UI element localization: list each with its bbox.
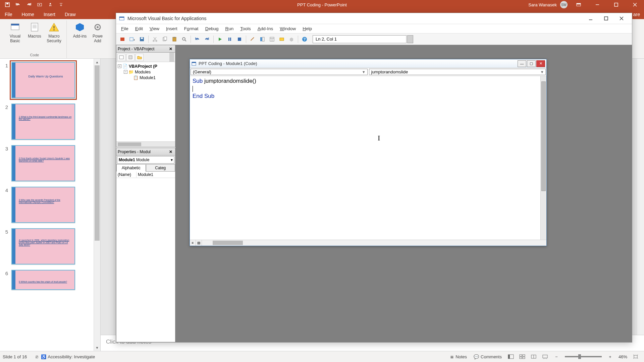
vba-menu-addins[interactable]: Add-Ins [255,25,276,32]
vba-menu-tools[interactable]: Tools [237,25,254,32]
vba-menu-run[interactable]: Run [222,25,236,32]
zoom-slider-thumb[interactable] [578,354,581,359]
view-powerpoint-icon[interactable] [118,35,127,44]
macro-security-button[interactable]: Macro Security [45,22,63,43]
vba-title-bar[interactable]: Microsoft Visual Basic for Applications [116,13,632,24]
start-from-beginning-icon[interactable] [35,1,44,9]
vba-menu-file[interactable]: File [118,25,131,32]
code-window-title-bar[interactable]: PPT Coding - Module1 (Code) — ▢ ✕ [190,59,546,68]
tab-home[interactable]: Home [17,9,39,19]
project-explorer-icon[interactable] [258,35,267,44]
status-dropdown-icon[interactable] [407,35,413,43]
vba-menu-insert[interactable]: Insert [163,25,180,32]
project-hscroll[interactable] [116,141,175,147]
tab-draw[interactable]: Draw [60,9,80,19]
slide-thumbnail[interactable]: 4 3 Who was the seventh President of the… [3,187,91,223]
reading-view-button[interactable] [528,353,539,361]
project-scroll[interactable] [169,53,174,62]
slide-thumbnail[interactable]: 2 1 What is the third-largest continenta… [3,104,91,140]
scroll-down-icon[interactable]: ▼ [94,344,100,351]
design-mode-icon[interactable] [248,35,257,44]
vba-close-button[interactable] [614,13,629,24]
visual-basic-button[interactable]: Visual Basic [6,22,24,43]
code-minimize-button[interactable]: — [518,60,526,67]
save-icon[interactable] [3,1,12,9]
reset-icon[interactable] [235,35,244,44]
scrollbar-thumb[interactable] [95,65,100,241]
paste-icon[interactable] [170,35,179,44]
code-vscrollbar[interactable] [540,76,546,240]
object-browser-icon[interactable] [277,35,286,44]
slide-thumbnail[interactable]: 5 4 Launched in 2006, which planetary ex… [3,228,91,264]
project-root[interactable]: VBAProject (P [129,64,157,69]
vba-menu-view[interactable]: View [147,25,162,32]
save-icon[interactable] [138,35,146,44]
redo-icon[interactable] [203,35,211,44]
language-icon[interactable]: ⎚ [33,354,41,359]
slide-thumbnail[interactable]: 1 Daily Warm Up Questions [3,62,91,98]
ribbon-display-icon[interactable] [571,0,586,9]
vba-menu-edit[interactable]: Edit [132,25,146,32]
tree-collapse-icon[interactable]: − [124,70,127,74]
accessibility-status[interactable]: Accessibility: Investigate [48,354,95,359]
slide-sorter-button[interactable] [517,353,528,361]
fit-to-window-button[interactable] [630,353,641,361]
zoom-out-button[interactable]: − [551,353,562,361]
scroll-up-icon[interactable]: ▲ [94,59,100,65]
properties-window-icon[interactable] [268,35,276,44]
procedure-selector[interactable]: jumptorandomslide ▾ [369,69,546,75]
thumbnails-scrollbar[interactable]: ▲ ▼ [94,59,100,351]
close-button[interactable] [627,0,643,9]
main-scrollbar[interactable] [637,59,644,335]
find-icon[interactable] [180,35,189,44]
slide-thumbnail[interactable]: 6 5 Which country has the origin of Inui… [3,270,91,290]
properties-object-selector[interactable]: Module1 Module ▾ [117,156,174,164]
vba-menu-help[interactable]: Help [300,25,315,32]
zoom-slider[interactable] [565,356,602,357]
zoom-level[interactable]: 46% [616,354,630,359]
slideshow-button[interactable] [539,353,551,361]
tab-alphabetic[interactable]: Alphabetic [116,164,146,172]
project-panel-close[interactable]: ✕ [168,46,174,52]
tab-categorized[interactable]: Categ [146,164,175,172]
help-icon[interactable]: ? [300,35,309,44]
undo-icon[interactable] [193,35,202,44]
view-code-icon[interactable] [117,54,125,61]
tab-insert[interactable]: Insert [39,9,60,19]
comments-button[interactable]: 💬Comments [470,354,505,359]
toolbox-icon[interactable] [287,35,296,44]
notes-button[interactable]: ≣Notes [447,354,470,359]
powerpoint-addins-button[interactable]: Powe Add [90,22,105,43]
copy-icon[interactable] [160,35,169,44]
vba-menu-format[interactable]: Format [181,25,202,32]
code-maximize-button[interactable]: ▢ [527,60,536,67]
properties-panel-close[interactable]: ✕ [168,149,174,155]
toggle-folders-icon[interactable] [136,54,144,61]
tab-file[interactable]: File [0,9,17,19]
run-icon[interactable] [216,35,224,44]
vba-minimize-button[interactable] [583,13,598,24]
macros-button[interactable]: Macros [25,22,44,39]
addins-button[interactable]: Add-ins [71,22,89,39]
vba-menu-window[interactable]: Window [277,25,299,32]
touch-mode-icon[interactable] [46,1,55,9]
break-icon[interactable] [225,35,234,44]
code-hscrollbar[interactable] [202,240,546,246]
view-object-icon[interactable] [126,54,135,61]
object-selector[interactable]: (General) ▾ [191,69,368,75]
customize-qat-icon[interactable] [56,1,66,9]
vba-maximize-button[interactable] [598,13,614,24]
cut-icon[interactable] [151,35,159,44]
prop-name-value[interactable]: Module1 [137,172,175,178]
normal-view-button[interactable] [505,353,517,361]
undo-icon[interactable] [13,1,23,9]
procedure-view-button[interactable]: ≡ [190,240,196,246]
vba-menu-debug[interactable]: Debug [202,25,222,32]
code-editor[interactable]: Sub jumptorandomslide() End Sub I [190,76,540,240]
insert-dropdown-icon[interactable] [128,35,137,44]
maximize-button[interactable] [608,0,624,9]
project-tree[interactable]: − 📄 VBAProject (P − 📁 Modules 📋 Module1 [116,62,175,141]
slide-thumbnail[interactable]: 3 2 First Earth orbiter Soviet Union's S… [3,145,91,181]
full-module-view-button[interactable]: ▤ [196,240,202,246]
modules-folder[interactable]: Modules [135,70,151,74]
